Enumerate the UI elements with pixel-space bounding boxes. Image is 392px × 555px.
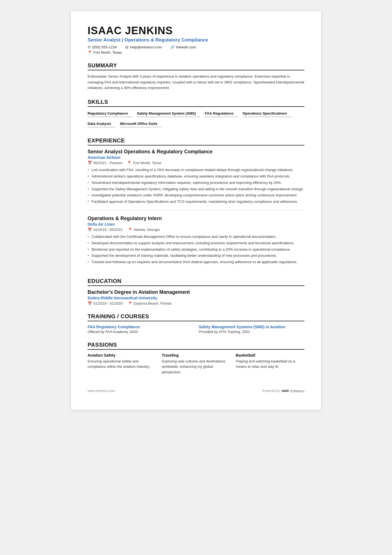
job-1: Senior Analyst Operations & Regulatory C… (88, 149, 304, 210)
skills-section: SKILLS Regulatory Compliance Safety Mana… (88, 99, 304, 130)
training-item-2: Safety Management Systems (SMS) in Aviat… (199, 325, 304, 334)
training-1-name: FAA Regulatory Compliance (88, 325, 193, 329)
experience-title: EXPERIENCE (88, 137, 304, 145)
location-icon-2: 📍 (127, 161, 132, 165)
edu-meta: 📅 01/2016 - 01/2020 📍 Daytona Beach, Flo… (88, 301, 304, 305)
passion-3-title: Basketball (236, 353, 304, 357)
job-title: Senior Analyst | Operations & Regulatory… (88, 37, 304, 43)
passion-1-title: Aviation Safety (88, 353, 156, 357)
bullet-item: Tracked and followed-up on inquiries and… (88, 259, 304, 265)
edu-location: 📍 Daytona Beach, Florida (128, 301, 172, 305)
bullet-item: Facilitated approval of Operations Speci… (88, 199, 304, 205)
job-1-title: Senior Analyst Operations & Regulatory C… (88, 149, 304, 155)
experience-section: EXPERIENCE Senior Analyst Operations & R… (88, 137, 304, 270)
training-item-1: FAA Regulatory Compliance Offered by FAA… (88, 325, 193, 334)
email-address: help@enhancv.com (130, 45, 162, 49)
bullet-item: Monitored and reported on the implementa… (88, 247, 304, 253)
enhancv-icon (281, 389, 289, 393)
skill-1: Regulatory Compliance (88, 110, 132, 117)
bullet-item: Investigated potential violations under … (88, 193, 304, 198)
skills-title: SKILLS (88, 99, 304, 107)
name: ISAAC JENKINS (88, 25, 304, 37)
footer-brand: Powered by Enhancv (262, 389, 304, 393)
passion-2-title: Traveling (162, 353, 230, 357)
education-section: EDUCATION Bachelor's Degree in Aviation … (88, 278, 304, 305)
edu-school: Embry-Riddle Aeronautical University (88, 296, 304, 300)
job-1-meta: 📅 06/2021 - Present 📍 Fort Worth, Texas (88, 161, 304, 165)
passion-2-desc: Exploring new cultures and destinations … (162, 359, 230, 375)
job-2: Operations & Regulatory Intern Delta Air… (88, 216, 304, 270)
skill-3: FAA Regulations (205, 110, 238, 117)
phone-item: ✆ (555) 555-1234 (88, 45, 117, 49)
email-item: @ help@enhancv.com (125, 45, 162, 49)
job-2-location: 📍 Atlanta, Georgia (128, 228, 160, 232)
passions-section: PASSIONS Aviation Safety Ensuring operat… (88, 342, 304, 375)
summary-section: SUMMARY Enthusiastic Senior Analyst with… (88, 62, 304, 91)
bullet-item: Supported the Safety Management System, … (88, 186, 304, 192)
job-2-bullets: Collaborated with the Certificate Manage… (88, 234, 304, 265)
job-2-period: 📅 01/2019 - 05/2021 (88, 228, 123, 232)
training-1-provider: Offered by FAA Academy, 2020 (88, 330, 193, 334)
skill-2: Safety Management System (SMS) (137, 110, 200, 117)
location-row: 📍 Fort Worth, Texas (88, 50, 304, 55)
training-section: TRAINING / COURSES FAA Regulatory Compli… (88, 313, 304, 334)
email-icon: @ (125, 45, 129, 49)
edu-degree: Bachelor's Degree in Aviation Management (88, 289, 304, 295)
contact-row: ✆ (555) 555-1234 @ help@enhancv.com 🔗 li… (88, 45, 304, 49)
enhancv-logo: Enhancv (281, 389, 304, 393)
job-2-company: Delta Air Lines (88, 222, 304, 226)
brand-name: Enhancv (290, 389, 304, 393)
job-1-bullets: Led coordination with FAA, resulting in … (88, 167, 304, 205)
calendar-icon: 📅 (88, 161, 92, 165)
training-title: TRAINING / COURSES (88, 313, 304, 321)
passions-title: PASSIONS (88, 342, 304, 350)
edu-period: 📅 01/2016 - 01/2020 (88, 301, 123, 305)
passion-1: Aviation Safety Ensuring operational saf… (88, 353, 156, 375)
summary-title: SUMMARY (88, 62, 304, 70)
job-1-location: 📍 Fort Worth, Texas (127, 161, 161, 165)
resume-page: ISAAC JENKINS Senior Analyst | Operation… (71, 11, 321, 410)
bullet-item: Developed documentation to support analy… (88, 240, 304, 246)
calendar-icon-2: 📅 (88, 228, 92, 232)
calendar-icon-3: 📅 (88, 301, 92, 305)
powered-by-text: Powered by (262, 389, 280, 393)
passion-2: Traveling Exploring new cultures and des… (162, 353, 230, 375)
location: Fort Worth, Texas (93, 50, 122, 55)
location-icon-3: 📍 (128, 228, 132, 232)
education-title: EDUCATION (88, 278, 304, 286)
bullet-item: Collaborated with the Certificate Manage… (88, 234, 304, 240)
skills-row-2: Data Analysis Microsoft Office Suite (88, 120, 304, 130)
bullet-item: Supported the development of training ma… (88, 253, 304, 259)
location-icon: 📍 (88, 50, 92, 55)
passion-3-desc: Playing and watching basketball as a mea… (236, 359, 304, 369)
training-2-name: Safety Management Systems (SMS) in Aviat… (199, 325, 304, 329)
footer: www.enhancv.com Powered by Enhancv (88, 389, 304, 393)
website-item: 🔗 linkedin.com (170, 45, 196, 49)
bullet-item: Administered airline's operations specif… (88, 174, 304, 179)
edu-item-1: Bachelor's Degree in Aviation Management… (88, 289, 304, 305)
job-1-company: American Airlines (88, 155, 304, 160)
passion-1-desc: Ensuring operational safety and complian… (88, 359, 156, 369)
skill-5: Data Analysis (88, 120, 116, 127)
training-grid: FAA Regulatory Compliance Offered by FAA… (88, 325, 304, 334)
training-2-provider: Provided by IATA Training, 2021 (199, 330, 304, 334)
passions-grid: Aviation Safety Ensuring operational saf… (88, 353, 304, 375)
bullet-item: Led coordination with FAA, resulting in … (88, 167, 304, 173)
header-section: ISAAC JENKINS Senior Analyst | Operation… (88, 25, 304, 55)
skills-row-1: Regulatory Compliance Safety Management … (88, 110, 304, 119)
phone-icon: ✆ (88, 45, 91, 49)
job-2-title: Operations & Regulatory Intern (88, 216, 304, 221)
job-1-period: 📅 06/2021 - Present (88, 161, 122, 165)
website-link: linkedin.com (176, 45, 196, 49)
job-2-meta: 📅 01/2019 - 05/2021 📍 Atlanta, Georgia (88, 228, 304, 232)
bullet-item: Streamlined interdepartmental regulatory… (88, 180, 304, 186)
location-icon-4: 📍 (128, 301, 132, 305)
summary-text: Enthusiastic Senior Analyst with 3 years… (88, 74, 304, 91)
skill-4: Operations Specifications (242, 110, 291, 117)
link-icon: 🔗 (170, 45, 175, 49)
passion-3: Basketball Playing and watching basketba… (236, 353, 304, 375)
phone-number: (555) 555-1234 (92, 45, 117, 49)
footer-website: www.enhancv.com (88, 389, 115, 393)
skill-6: Microsoft Office Suite (120, 120, 162, 127)
